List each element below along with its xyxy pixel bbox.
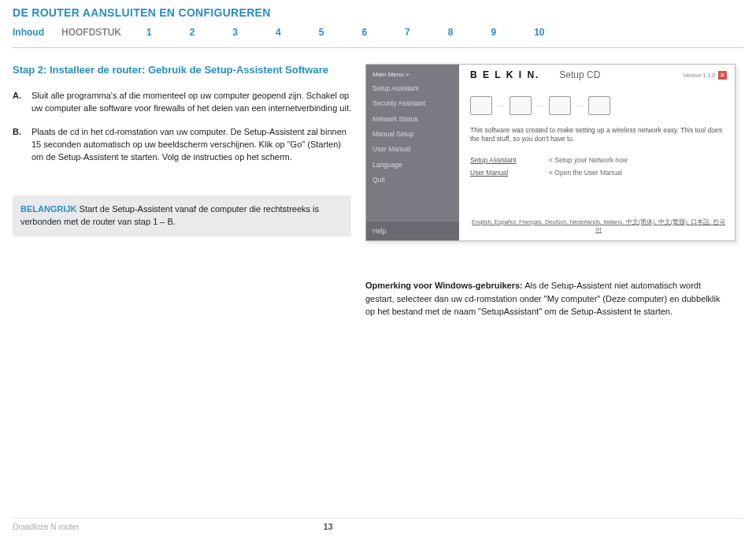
screenshot-link-row: User Manual < Open the User Manual: [470, 166, 727, 179]
arrow-icon: ⋯: [497, 102, 505, 110]
nav-chapter-label: HOOFDSTUK: [61, 27, 121, 38]
close-icon[interactable]: ✕: [718, 71, 727, 80]
belkin-logo: B E L K I N.: [470, 69, 539, 80]
windows-note: Opmerking voor Windows-gebruikers: Als d…: [365, 279, 721, 318]
screenshot-help[interactable]: Help: [366, 221, 459, 240]
screenshot-illustration: ⋯ ⋯ ⋯: [470, 85, 727, 123]
nav-chapter-1[interactable]: 1: [129, 27, 169, 38]
screenshot-link-caption: < Setup your Network now: [549, 156, 628, 164]
screenshot-menu-header: Main Menu >: [366, 65, 459, 81]
page-footer: Draadloze N router 13: [13, 518, 743, 531]
screenshot-link-caption: < Open the User Manual: [549, 169, 622, 177]
screenshot-main: B E L K I N. Setup CD Version 1.1.0 ✕ ⋯ …: [459, 65, 735, 240]
screenshot-menu-item[interactable]: Manual Setup: [366, 127, 459, 142]
screenshot-menu-item[interactable]: Quit: [366, 173, 459, 188]
step-b-letter: B.: [13, 126, 32, 164]
nav-chapter-2[interactable]: 2: [172, 27, 213, 38]
nav-contents-link[interactable]: Inhoud: [13, 27, 44, 38]
screenshot-sidebar: Main Menu > Setup Assistant Security Ass…: [366, 65, 459, 240]
nav-chapter-8[interactable]: 8: [431, 27, 471, 38]
nav-chapter-5[interactable]: 5: [302, 27, 342, 38]
nav-chapter-10[interactable]: 10: [517, 27, 561, 38]
footer-product: Draadloze N router: [13, 523, 79, 531]
computer-icon: [510, 96, 532, 115]
step-b-text: Plaats de cd in het cd-romstation van uw…: [32, 126, 351, 164]
footer-page-number: 13: [323, 522, 332, 531]
screenshot-version-text: Version 1.1.0: [683, 73, 715, 78]
screenshot-version-area: Version 1.1.0 ✕: [683, 71, 727, 80]
screenshot-menu-item[interactable]: User Manual: [366, 142, 459, 157]
screenshot-link-setup[interactable]: Setup Assistant: [470, 156, 549, 164]
step-b: B. Plaats de cd in het cd-romstation van…: [13, 126, 351, 164]
screenshot-menu-item[interactable]: Setup Assistant: [366, 81, 459, 96]
screenshot-menu-item[interactable]: Language: [366, 158, 459, 173]
screenshot-languages[interactable]: English, Español, Français, Deutsch, Ned…: [470, 215, 727, 237]
step-title: Stap 2: Installeer de router: Gebruik de…: [13, 64, 351, 76]
screenshot-link-row: Setup Assistant < Setup your Network now: [470, 154, 727, 166]
nav-chapter-9[interactable]: 9: [473, 27, 513, 38]
nav-chapter-3[interactable]: 3: [215, 27, 255, 38]
arrow-icon: ⋯: [536, 102, 544, 110]
screenshot-menu-item[interactable]: Network Status: [366, 112, 459, 127]
important-note: BELANGRIJK Start de Setup-Assistent vana…: [13, 195, 351, 236]
step-a-text: Sluit alle programma's af die momenteel …: [32, 90, 351, 115]
page-header-title: DE ROUTER AANSLUITEN EN CONFIGUREREN: [0, 0, 756, 19]
nav-chapter-6[interactable]: 6: [344, 27, 384, 38]
router-icon: [470, 96, 492, 115]
screenshot-menu-item[interactable]: Security Assistant: [366, 96, 459, 111]
globe-icon: [588, 96, 610, 115]
nav-chapter-7[interactable]: 7: [387, 27, 428, 38]
important-key: BELANGRIJK: [20, 204, 77, 214]
step-a-letter: A.: [13, 90, 32, 115]
screenshot-description: This software was created to make settin…: [470, 126, 727, 144]
screenshot-title: Setup CD: [559, 69, 600, 80]
screenshot-link-manual[interactable]: User Manual: [470, 169, 549, 177]
nav-chapter-4[interactable]: 4: [258, 27, 298, 38]
step-a: A. Sluit alle programma's af die momente…: [13, 90, 351, 115]
chapter-nav: Inhoud HOOFDSTUK 1 2 3 4 5 6 7 8 9 10: [0, 19, 756, 44]
arrow-icon: ⋯: [576, 102, 584, 110]
setup-cd-screenshot: Main Menu > Setup Assistant Security Ass…: [365, 64, 736, 241]
windows-note-lead: Opmerking voor Windows-gebruikers:: [365, 281, 523, 290]
laptop-icon: [549, 96, 571, 115]
